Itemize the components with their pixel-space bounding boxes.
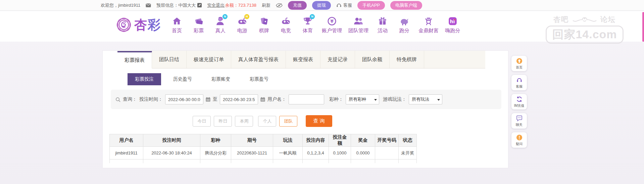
tab-lottery-report[interactable]: 彩票报表	[117, 51, 152, 68]
tab-team-daily[interactable]: 团队日结	[152, 51, 187, 68]
up-arrow-circle-icon	[516, 58, 523, 64]
rhino-icon	[399, 16, 409, 26]
col-lottery: 彩种	[200, 134, 231, 147]
nav-item-account-management[interactable]: ¥ 账户管理	[322, 16, 342, 34]
search-icon	[115, 97, 120, 102]
cell-lottery: 腾讯分分彩	[200, 147, 231, 159]
sidebar-service-button[interactable]: 客服	[511, 75, 527, 90]
lottery-type-select[interactable]: 所有彩种	[346, 94, 379, 104]
search-button[interactable]: 查 询	[306, 115, 332, 127]
cards-icon	[259, 16, 269, 26]
nav-item-paofen[interactable]: 跑分	[397, 16, 412, 34]
subtab-lottery-account-change[interactable]: 彩票账变	[204, 73, 238, 85]
sidebar-im-recharge-button[interactable]: IM充值	[511, 94, 527, 109]
cell-play: 一帆风顺	[273, 147, 303, 159]
tab-live-sports-pl-report[interactable]: 真人体育盈亏报表	[231, 51, 286, 68]
nav-item-lottery[interactable]: 彩票	[191, 16, 206, 34]
chevron-down-icon	[437, 99, 440, 101]
nav-item-promotions[interactable]: 活动	[375, 16, 390, 34]
headset-icon	[336, 3, 342, 8]
brand-name: 杏彩	[134, 16, 161, 34]
col-play: 玩法	[273, 134, 303, 147]
deposit-button[interactable]: 充值	[288, 1, 307, 10]
envelope-icon	[146, 3, 151, 7]
floating-sidebar: 首页 客服 IM充值 聊天 疑问	[511, 56, 527, 148]
nav-item-boardgames[interactable]: 棋牌	[256, 16, 272, 34]
balance-value: 723.7138	[238, 3, 256, 8]
gift-icon	[378, 16, 388, 26]
service-link[interactable]: 客服	[336, 2, 352, 8]
watermark-left-text: 杏吧	[553, 15, 569, 24]
tab-team-balance[interactable]: 团队余额	[355, 51, 390, 68]
nav-item-esports[interactable]: 电竞	[278, 16, 294, 34]
message-button[interactable]	[146, 3, 151, 7]
tab-special-boardgames[interactable]: 特免棋牌	[390, 51, 424, 68]
sidebar-home-button[interactable]: 首页	[511, 56, 527, 71]
nav-item-jinding-wealth[interactable]: 金鼎财富	[418, 16, 439, 34]
calendar-icon[interactable]	[260, 97, 265, 102]
play-type-label: 游戏玩法：	[383, 96, 406, 102]
username-input[interactable]	[289, 94, 324, 104]
subtab-lottery-bets[interactable]: 彩票投注	[128, 73, 161, 85]
username-label: 用户名：	[267, 96, 286, 102]
tab-deposit-withdraw-records[interactable]: 充提记录	[320, 51, 355, 68]
sidebar-question-button[interactable]: 疑问	[511, 132, 527, 148]
exclamation-circle-icon	[516, 134, 523, 141]
watermark-right-text: 论坛	[600, 15, 616, 24]
team-button[interactable]: 团队	[279, 116, 297, 127]
personal-button[interactable]: 个人	[258, 116, 276, 127]
nav-item-team-management[interactable]: 团队管理	[348, 16, 368, 34]
flower-logo-icon	[115, 16, 133, 34]
brand-logo[interactable]: 杏彩	[115, 16, 161, 34]
subtab-history-pl[interactable]: 历史盈亏	[166, 73, 199, 85]
balance-text: 余额：723.7138	[225, 2, 256, 8]
time-from-input[interactable]	[165, 94, 203, 104]
sidebar-chat-button[interactable]: 聊天	[511, 113, 527, 129]
mobile-app-button[interactable]: 手机APP	[357, 1, 385, 10]
play-type-select[interactable]: 所有玩法	[409, 94, 442, 104]
lottery-type-label: 彩种：	[329, 96, 343, 102]
watermark: 杏吧 论坛 回家14.com	[534, 15, 635, 44]
esports-gamepad-icon	[281, 16, 291, 26]
yesterday-button[interactable]: 昨日	[214, 116, 232, 127]
edit-icon[interactable]	[197, 3, 202, 7]
reserved-info-text: 预留信息：中国大大	[156, 2, 196, 8]
chat-bubble-icon	[516, 115, 523, 122]
col-draw-numbers: 开奖号码	[375, 134, 399, 147]
this-week-button[interactable]: 本周	[235, 116, 253, 127]
query-form: 查询： 投注时间： 至 用户名： 彩种： 所有彩种 游戏玩法： 所有玩法	[111, 90, 501, 109]
ding-vessel-icon	[424, 16, 434, 26]
people-icon	[353, 16, 363, 26]
nav-item-hi-paofen[interactable]: hi 嗨跑分	[445, 16, 460, 34]
nav-item-home[interactable]: 首页	[169, 16, 185, 34]
col-bet-time: 投注时间	[143, 134, 200, 147]
eye-off-icon[interactable]	[276, 3, 283, 8]
col-status: 状态	[399, 134, 417, 147]
cell-bet-time: 2022-06-30 18:40:24	[143, 147, 200, 159]
nav-item-egames[interactable]: H 电游	[235, 16, 250, 34]
home-icon	[172, 16, 182, 26]
coin-icon: ¥	[327, 16, 337, 26]
col-bet-amount: 投注金额	[329, 134, 351, 147]
calendar-icon[interactable]	[206, 97, 210, 102]
subtab-lottery-pl[interactable]: 彩票盈亏	[242, 73, 276, 85]
status-badge: 未开奖	[399, 147, 417, 159]
logout-link[interactable]: 安全退出	[207, 2, 225, 8]
nav-item-live[interactable]: N 真人	[213, 16, 228, 34]
col-prize: 奖金	[351, 134, 375, 147]
tab-fast-deposit-orders[interactable]: 极速充提订单	[187, 51, 231, 68]
pc-client-button[interactable]: 电脑客户端	[390, 1, 422, 10]
withdraw-button[interactable]: 提现	[312, 1, 331, 10]
welcome-text: 欢迎您，jimbird1911	[101, 2, 140, 8]
quick-filter-buttons: 今日 昨日 本周 个人 团队 查 询	[60, 115, 465, 127]
tab-account-change-report[interactable]: 账变报表	[286, 51, 320, 68]
time-to-input[interactable]	[220, 94, 258, 104]
table-row-partial	[110, 159, 417, 163]
nav-item-sports[interactable]: N 体育	[300, 16, 315, 34]
cell-username: jimbird1911	[110, 147, 143, 159]
today-button[interactable]: 今日	[193, 116, 211, 127]
tickets-icon	[194, 16, 204, 26]
report-tabs: 彩票报表 团队日结 极速充提订单 真人体育盈亏报表 账变报表 充提记录 团队余额…	[117, 51, 485, 68]
refresh-button[interactable]: 刷新	[262, 2, 270, 8]
new-badge: N	[222, 14, 228, 19]
